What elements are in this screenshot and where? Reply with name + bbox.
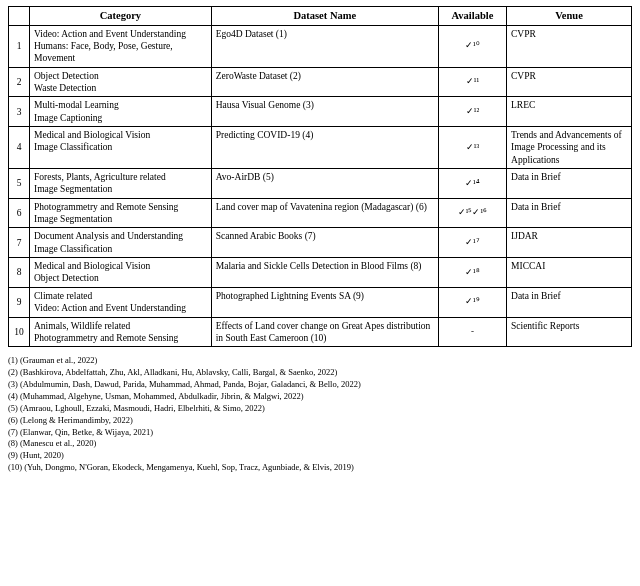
row-number: 9 xyxy=(9,287,30,317)
row-available: - xyxy=(438,317,506,347)
row-number: 8 xyxy=(9,258,30,288)
col-header-venue: Venue xyxy=(507,7,632,26)
col-header-available: Available xyxy=(438,7,506,26)
row-dataset: Avo-AirDB (5) xyxy=(211,169,438,199)
row-dataset: Ego4D Dataset (1) xyxy=(211,25,438,67)
row-dataset: Hausa Visual Genome (3) xyxy=(211,97,438,127)
row-available: ✓¹⁰ xyxy=(438,25,506,67)
table-row: 6Photogrammetry and Remote SensingImage … xyxy=(9,198,632,228)
table-row: 3Multi-modal LearningImage CaptioningHau… xyxy=(9,97,632,127)
row-available: ✓¹¹ xyxy=(438,67,506,97)
row-number: 1 xyxy=(9,25,30,67)
row-available: ✓¹² xyxy=(438,97,506,127)
row-category: Medical and Biological VisionImage Class… xyxy=(30,127,212,169)
row-category: Video: Action and Event UnderstandingHum… xyxy=(30,25,212,67)
row-available: ✓¹⁵✓¹⁶ xyxy=(438,198,506,228)
row-venue: Data in Brief xyxy=(507,169,632,199)
row-number: 3 xyxy=(9,97,30,127)
row-available: ✓¹⁴ xyxy=(438,169,506,199)
footnote-item: (6) (Lelong & Herimandimby, 2022) xyxy=(8,415,632,427)
table-row: 7Document Analysis and UnderstandingImag… xyxy=(9,228,632,258)
footnote-item: (4) (Muhammad, Algehyne, Usman, Mohammed… xyxy=(8,391,632,403)
row-dataset: ZeroWaste Dataset (2) xyxy=(211,67,438,97)
col-header-category: Category xyxy=(30,7,212,26)
row-number: 4 xyxy=(9,127,30,169)
row-available: ✓¹⁹ xyxy=(438,287,506,317)
row-venue: Data in Brief xyxy=(507,287,632,317)
col-header-dataset: Dataset Name xyxy=(211,7,438,26)
table-row: 9Climate relatedVideo: Action and Event … xyxy=(9,287,632,317)
row-dataset: Predicting COVID-19 (4) xyxy=(211,127,438,169)
row-number: 6 xyxy=(9,198,30,228)
datasets-table: Category Dataset Name Available Venue 1V… xyxy=(8,6,632,347)
row-dataset: Scanned Arabic Books (7) xyxy=(211,228,438,258)
row-category: Medical and Biological VisionObject Dete… xyxy=(30,258,212,288)
row-category: Object DetectionWaste Detection xyxy=(30,67,212,97)
table-row: 1Video: Action and Event UnderstandingHu… xyxy=(9,25,632,67)
row-venue: Scientific Reports xyxy=(507,317,632,347)
footnote-item: (8) (Manescu et al., 2020) xyxy=(8,438,632,450)
footnote-item: (3) (Abdulmumin, Dash, Dawud, Parida, Mu… xyxy=(8,379,632,391)
footnote-item: (5) (Amraou, Lghoull, Ezzaki, Masmoudi, … xyxy=(8,403,632,415)
col-header-num xyxy=(9,7,30,26)
row-category: Multi-modal LearningImage Captioning xyxy=(30,97,212,127)
main-container: Category Dataset Name Available Venue 1V… xyxy=(0,0,640,353)
row-number: 2 xyxy=(9,67,30,97)
row-category: Forests, Plants, Agriculture relatedImag… xyxy=(30,169,212,199)
row-dataset: Land cover map of Vavatenina region (Mad… xyxy=(211,198,438,228)
table-row: 4Medical and Biological VisionImage Clas… xyxy=(9,127,632,169)
row-category: Document Analysis and UnderstandingImage… xyxy=(30,228,212,258)
row-dataset: Photographed Lightning Events SA (9) xyxy=(211,287,438,317)
row-venue: CVPR xyxy=(507,67,632,97)
footnote-item: (7) (Elanwar, Qin, Betke, & Wijaya, 2021… xyxy=(8,427,632,439)
footnotes-section: (1) (Grauman et al., 2022)(2) (Bashkirov… xyxy=(0,353,640,478)
row-venue: IJDAR xyxy=(507,228,632,258)
footnote-item: (1) (Grauman et al., 2022) xyxy=(8,355,632,367)
table-row: 5Forests, Plants, Agriculture relatedIma… xyxy=(9,169,632,199)
row-venue: LREC xyxy=(507,97,632,127)
row-number: 7 xyxy=(9,228,30,258)
row-venue: Trends and Advancements of Image Process… xyxy=(507,127,632,169)
row-venue: Data in Brief xyxy=(507,198,632,228)
row-category: Climate relatedVideo: Action and Event U… xyxy=(30,287,212,317)
row-category: Animals, Wildlife relatedPhotogrammetry … xyxy=(30,317,212,347)
row-number: 10 xyxy=(9,317,30,347)
footnote-item: (9) (Hunt, 2020) xyxy=(8,450,632,462)
table-row: 8Medical and Biological VisionObject Det… xyxy=(9,258,632,288)
row-available: ✓¹⁸ xyxy=(438,258,506,288)
footnote-item: (2) (Bashkirova, Abdelfattah, Zhu, Akl, … xyxy=(8,367,632,379)
table-row: 2Object DetectionWaste DetectionZeroWast… xyxy=(9,67,632,97)
footnote-item: (10) (Yuh, Dongmo, N'Goran, Ekodeck, Men… xyxy=(8,462,632,474)
row-available: ✓¹³ xyxy=(438,127,506,169)
table-row: 10Animals, Wildlife relatedPhotogrammetr… xyxy=(9,317,632,347)
row-category: Photogrammetry and Remote SensingImage S… xyxy=(30,198,212,228)
row-available: ✓¹⁷ xyxy=(438,228,506,258)
row-dataset: Malaria and Sickle Cells Detection in Bl… xyxy=(211,258,438,288)
row-venue: CVPR xyxy=(507,25,632,67)
row-number: 5 xyxy=(9,169,30,199)
row-dataset: Effects of Land cover change on Great Ap… xyxy=(211,317,438,347)
row-venue: MICCAI xyxy=(507,258,632,288)
